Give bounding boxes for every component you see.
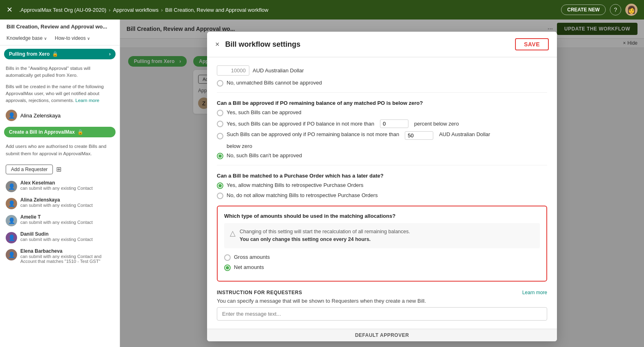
warning-banner: △ Changing of this setting will start th…: [224, 223, 540, 248]
modal-dialog: × Bill workflow settings SAVE AUD Austra…: [207, 32, 557, 341]
section3-question: Which type of amounts should be used in …: [224, 213, 540, 219]
create-bill-label: Create a Bill in ApprovalMax: [9, 129, 75, 135]
section3-highlight-box: Which type of amounts should be used in …: [217, 206, 547, 282]
lock-icon-2: 🔒: [77, 129, 83, 135]
radio-label-s3-1: Gross amounts: [234, 254, 270, 260]
default-approver-bar: DEFAULT APPROVER: [207, 329, 557, 341]
breadcrumb-item-org[interactable]: .ApprovalMax Test Org (AU-09-2020): [19, 7, 106, 13]
aud-input[interactable]: [405, 131, 433, 140]
pulling-from-xero-step[interactable]: Pulling from Xero 🔒 ›: [4, 49, 116, 59]
requester-item: 👤 Alex Keselman can submit with any exis…: [0, 178, 120, 195]
requester-desc: can submit with any existing Contact: [20, 220, 93, 225]
sidebar-item-how-to-videos[interactable]: How-to videos ∨: [55, 34, 93, 43]
instruction-header: INSTRUCTION FOR REQUESTERS Learn more: [217, 290, 547, 295]
sidebar-workflow-title: Bill Creation, Review and Approval wo...: [0, 20, 120, 31]
radio-option-s1-1: Yes, such Bills can be approved: [217, 109, 547, 116]
create-new-button[interactable]: CREATE NEW: [561, 4, 606, 15]
radio-s3-1[interactable]: [224, 254, 231, 261]
save-button[interactable]: SAVE: [515, 38, 549, 50]
requester-info: Amelie T can submit with any existing Co…: [20, 214, 93, 225]
radio-label-s2-1: Yes, allow matching Bills to retrospecti…: [227, 182, 363, 188]
pulling-from-xero-subdesc: Bills will be created in the name of the…: [0, 83, 120, 108]
radio-label-s1-2: Yes, such Bills can be approved if PO ba…: [227, 121, 374, 127]
instruction-title: INSTRUCTION FOR REQUESTERS: [217, 290, 302, 295]
radio-label-s1-1: Yes, such Bills can be approved: [227, 109, 301, 115]
modal-title: Bill workflow settings: [225, 40, 515, 49]
radio-s1-1[interactable]: [217, 110, 223, 116]
radio-option-s1-4: No, such Bills can't be approved: [217, 152, 547, 159]
aud-suffix: AUD Australian Dollar: [439, 131, 490, 137]
learn-more-link[interactable]: Learn more: [522, 290, 547, 295]
nav-actions: CREATE NEW ? 👩: [561, 4, 637, 16]
radio-s3-2[interactable]: [224, 265, 231, 271]
instruction-input[interactable]: [217, 307, 547, 321]
step-label: Pulling from Xero: [9, 51, 50, 57]
below-zero-label: below zero: [227, 143, 547, 149]
requester-item: 👤 Alina Zelenskaya can submit with any e…: [0, 195, 120, 212]
requester-info: Elena Barbacheva can submit with any exi…: [20, 248, 114, 264]
radio-option-s3-1: Gross amounts: [224, 254, 540, 261]
chevron-icon-2: ›: [161, 7, 163, 13]
requester-desc: can submit with any existing Contact and…: [20, 254, 114, 264]
modal-close-button[interactable]: ×: [215, 40, 220, 49]
requester-name: Amelie T: [20, 214, 93, 220]
help-button[interactable]: ?: [610, 4, 621, 15]
xero-user-name: Alina Zelenskaya: [20, 113, 61, 119]
knowledge-base-label: Knowledge base: [7, 35, 43, 41]
avatar[interactable]: 👩: [625, 4, 637, 16]
left-sidebar: Bill Creation, Review and Approval wo...…: [0, 20, 120, 347]
breadcrumb-item-workflows[interactable]: Approval workflows: [113, 7, 159, 13]
requester-avatar: 👤: [6, 198, 17, 209]
radio-s2-1[interactable]: [217, 182, 223, 189]
requester-info: Alina Zelenskaya can submit with any exi…: [20, 197, 93, 208]
radio-option-s1-2: Yes, such Bills can be approved if PO ba…: [217, 119, 547, 128]
chevron-down-icon: ∨: [44, 36, 47, 41]
xero-user-avatar: 👤: [6, 110, 17, 121]
radio-unmatched[interactable]: [217, 80, 223, 87]
sidebar-nav: Knowledge base ∨ How-to videos ∨: [0, 31, 120, 46]
amount-input[interactable]: [217, 65, 249, 76]
sidebar-item-knowledge-base[interactable]: Knowledge base ∨: [7, 34, 50, 43]
breadcrumb: .ApprovalMax Test Org (AU-09-2020) › App…: [19, 7, 558, 13]
learn-more-link[interactable]: Learn more: [75, 98, 99, 103]
radio-option-s3-2: Net amounts: [224, 264, 540, 271]
radio-option-s2-1: Yes, allow matching Bills to retrospecti…: [217, 182, 547, 189]
currency-label: AUD Australian Dollar: [253, 67, 304, 74]
radio-label-s1-4: No, such Bills can't be approved: [227, 152, 302, 158]
chevron-right-icon: ›: [109, 51, 111, 57]
radio-option-s2-2: No, do not allow matching Bills to retro…: [217, 192, 547, 199]
percent-suffix: percent below zero: [414, 121, 459, 127]
create-bill-step[interactable]: Create a Bill in ApprovalMax 🔒: [4, 127, 116, 137]
xero-user-row: 👤 Alina Zelenskaya: [0, 108, 120, 123]
requester-desc: can submit with any existing Contact: [20, 203, 93, 208]
requester-item: 👤 Elena Barbacheva can submit with any e…: [0, 246, 120, 266]
requester-desc: can submit with any existing Contact: [20, 237, 93, 242]
chevron-icon: ›: [109, 7, 110, 13]
radio-s1-2[interactable]: [217, 121, 223, 127]
amount-row: AUD Australian Dollar: [217, 65, 547, 76]
requester-name: Elena Barbacheva: [20, 248, 114, 254]
requester-name: Alex Keselman: [20, 180, 93, 186]
page-layout: Bill Creation, Review and Approval wo...…: [0, 20, 644, 347]
top-nav: ✕ .ApprovalMax Test Org (AU-09-2020) › A…: [0, 0, 644, 20]
requester-item: 👤 Daniil Sudin can submit with any exist…: [0, 229, 120, 246]
radio-s1-4[interactable]: [217, 153, 223, 159]
radio-label-unmatched: No, unmatched Bills cannot be approved: [227, 80, 322, 86]
warning-text: Changing of this setting will start the …: [240, 228, 410, 243]
modal-header: × Bill workflow settings SAVE: [207, 32, 557, 57]
radio-s2-2[interactable]: [217, 193, 223, 199]
requester-avatar: 👤: [6, 181, 17, 192]
requester-avatar: 👤: [6, 215, 17, 226]
add-requester-row: Add a Requester ⊞: [0, 161, 120, 178]
requester-info: Daniil Sudin can submit with any existin…: [20, 231, 93, 242]
radio-s1-3[interactable]: [217, 133, 223, 139]
radio-label-s2-2: No, do not allow matching Bills to retro…: [227, 192, 378, 198]
instruction-section: INSTRUCTION FOR REQUESTERS Learn more Yo…: [217, 290, 547, 321]
add-requester-button[interactable]: Add a Requester: [6, 165, 53, 174]
close-icon[interactable]: ✕: [7, 5, 13, 14]
modal-body: AUD Australian Dollar No, unmatched Bill…: [207, 57, 557, 329]
percent-input[interactable]: [380, 119, 408, 128]
lock-icon: 🔒: [52, 51, 58, 57]
radio-label-s3-2: Net amounts: [234, 264, 264, 270]
grid-view-button[interactable]: ⊞: [56, 165, 61, 173]
